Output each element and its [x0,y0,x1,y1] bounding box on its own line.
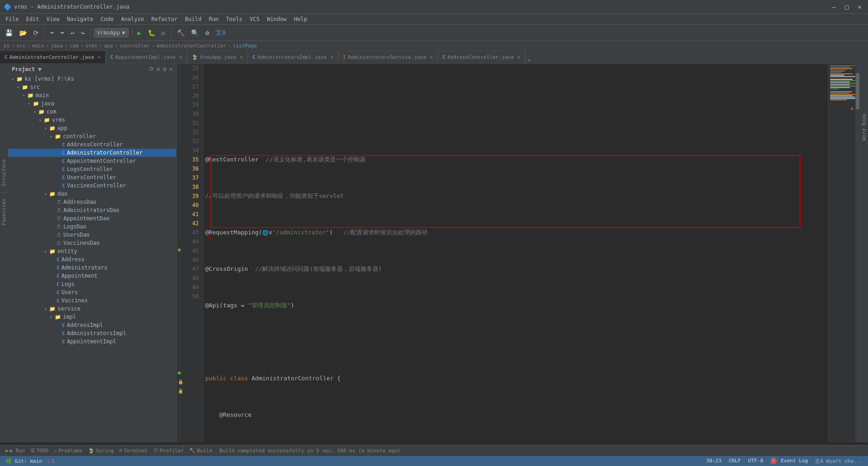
breakpoint-icon-31[interactable]: ● [178,245,181,254]
breadcrumb-app[interactable]: app [104,43,113,49]
status-git[interactable]: 🌿 Git: main [4,458,44,464]
menu-window[interactable]: Window [263,15,290,23]
settings-button[interactable]: ⚙ [203,28,211,38]
sidebar-settings-icon[interactable]: ⚙ [163,66,166,72]
tree-vaccines-entity[interactable]: C Vaccines [8,296,176,305]
status-line-col[interactable]: 38:23 [704,458,723,465]
status-event-log[interactable]: ! Event Log [769,458,810,465]
tree-address-entity[interactable]: C Address [8,255,176,264]
back-button[interactable]: ⬅ [48,28,56,38]
forward-button[interactable]: ➡ [58,28,66,38]
translate-button[interactable]: 文A [213,27,228,38]
breadcrumb-src[interactable]: src [16,43,26,49]
run-bottom-button[interactable]: ▶ ▶ Run [4,448,27,454]
breadcrumb-vrms[interactable]: vrms [85,43,98,49]
build-project-button[interactable]: 🔨 [175,28,187,38]
tab-administrators-service[interactable]: I AdministratorsService.java × [338,51,438,63]
tree-vrms[interactable]: ▾ 📁 vrms [8,116,176,124]
minimap-scrollbar-thumb[interactable] [856,73,859,109]
save-button[interactable]: ⟳ [31,28,41,38]
tree-appointment-entity[interactable]: C Appointment [8,272,176,280]
tree-appointment-impl[interactable]: C AppointmentImpl [8,337,176,346]
status-warning[interactable]: ⚠ 1 [46,458,56,464]
tree-service[interactable]: ▾ 📁 service [8,305,176,313]
menu-code[interactable]: Code [97,15,118,23]
menu-run[interactable]: Run [205,15,222,23]
menu-help[interactable]: Help [290,15,311,23]
menu-navigate[interactable]: Navigate [63,15,97,23]
status-encoding[interactable]: UTF-8 [746,458,765,465]
maximize-button[interactable]: □ [842,2,851,11]
minimize-button[interactable]: — [829,2,838,11]
tree-administrators-dao[interactable]: 🗒 AdministratorsDao [8,206,176,214]
tree-users-entity[interactable]: C Users [8,288,176,296]
open-button[interactable]: 📂 [17,28,29,38]
tree-address-impl[interactable]: C AddressImpl [8,321,176,329]
problems-button[interactable]: ⚠ Problems [52,448,84,454]
status-crlf[interactable]: CRLF [727,458,743,465]
close-button[interactable]: ✕ [855,2,864,11]
tree-address-dao[interactable]: 🗒 AddressDao [8,198,176,206]
status-translate[interactable]: 文A Wyatt zha... [813,458,864,465]
menu-refactor[interactable]: Refactor [148,15,181,23]
tree-users-dao[interactable]: 🗒 UsersDao [8,231,176,239]
spring-button[interactable]: 🍃 Spring [86,448,116,454]
menu-build[interactable]: Build [181,15,205,23]
code-content[interactable]: → @RestController //语义化标签,表名该类是一个控制器 //可… [203,64,828,442]
tab-administrator-controller[interactable]: C AdministratorController.java × [0,51,106,63]
menu-edit[interactable]: Edit [22,15,43,23]
tab-close-appointment-impl[interactable]: × [179,54,182,60]
new-file-button[interactable]: 💾 [3,28,15,38]
search-button[interactable]: 🔍 [189,28,201,38]
tab-close-administrators-service[interactable]: × [430,54,433,60]
sidebar-close-icon[interactable]: × [169,66,173,72]
breadcrumb-ks[interactable]: ks [4,43,10,49]
tab-address-controller[interactable]: C AddressController.java × [438,51,526,63]
tree-vaccines-controller[interactable]: C VaccinesController [8,181,176,190]
tree-main[interactable]: ▾ 📁 main [8,91,176,99]
sidebar-collapse-icon[interactable]: ≡ [157,66,160,72]
breadcrumb-listpage[interactable]: listPage [233,43,257,49]
menu-view[interactable]: View [43,15,63,23]
breadcrumb-java[interactable]: java [51,43,63,49]
tree-administrators-impl[interactable]: C AdministratorsImpl [8,329,176,337]
tab-close-administrator-controller[interactable]: × [98,54,101,60]
tree-src[interactable]: ▾ 📁 src [8,83,176,91]
todo-button[interactable]: ☰ TODO [29,448,51,454]
menu-file[interactable]: File [2,15,22,23]
tree-administrators-entity[interactable]: C Administrators [8,264,176,272]
tree-logs-entity[interactable]: C Logs [8,280,176,288]
build-button[interactable]: 🔨 Build [187,448,214,454]
menu-tools[interactable]: Tools [222,15,246,23]
tab-close-administrators-impl[interactable]: × [330,54,333,60]
breadcrumb-controller[interactable]: controller [120,43,150,49]
tree-administrator-controller[interactable]: C AdministratorController [8,149,176,157]
tabs-overflow-button[interactable]: » [527,57,530,63]
tree-java[interactable]: ▾ 📁 java [8,99,176,108]
menu-analyze[interactable]: Analyze [117,15,148,23]
breadcrumb-administrator-controller[interactable]: AdministratorController [157,43,226,49]
tree-com[interactable]: ▾ 📁 com [8,108,176,116]
undo-button[interactable]: ↩ [68,28,77,38]
profiler-button[interactable]: ⏱ Profiler [151,448,186,454]
run-button[interactable]: ▶ [135,28,144,38]
tab-vrms-app[interactable]: 🍃 VrmsApp.java × [187,51,248,63]
tree-logs-dao[interactable]: 🗒 LogsDao [8,223,176,231]
tab-administrators-impl[interactable]: C AdministratorsImpl.java × [248,51,339,63]
tree-logs-controller[interactable]: C LogsController [8,165,176,173]
tab-appointment-impl[interactable]: C AppointmentImpl.java × [106,51,187,63]
tree-appointment-dao[interactable]: 🗒 AppointmentDao [8,214,176,223]
tree-entity[interactable]: ▾ 📁 entity [8,247,176,255]
word-book-tab[interactable]: Word Book [859,109,868,145]
tree-appointment-controller[interactable]: C AppointmentController [8,157,176,165]
run-config-dropdown[interactable]: VrmsApp ▼ [94,28,129,37]
structure-tab[interactable]: Structure [0,155,9,190]
tree-users-controller[interactable]: C UsersController [8,173,176,181]
tab-close-address-controller[interactable]: × [517,54,521,60]
tree-address-controller[interactable]: C AddressController [8,140,176,149]
code-editor[interactable]: ● ● 🔒 🔒 25 26 27 28 29 30 31 32 [177,64,860,442]
breadcrumb-main[interactable]: main [32,43,44,49]
tree-ks-vrms[interactable]: ▾ 📁 ks [vrms] F:\ks [8,75,176,83]
tree-dao[interactable]: ▾ 📁 dao [8,190,176,198]
sidebar-sync-icon[interactable]: ⟳ [149,66,154,72]
